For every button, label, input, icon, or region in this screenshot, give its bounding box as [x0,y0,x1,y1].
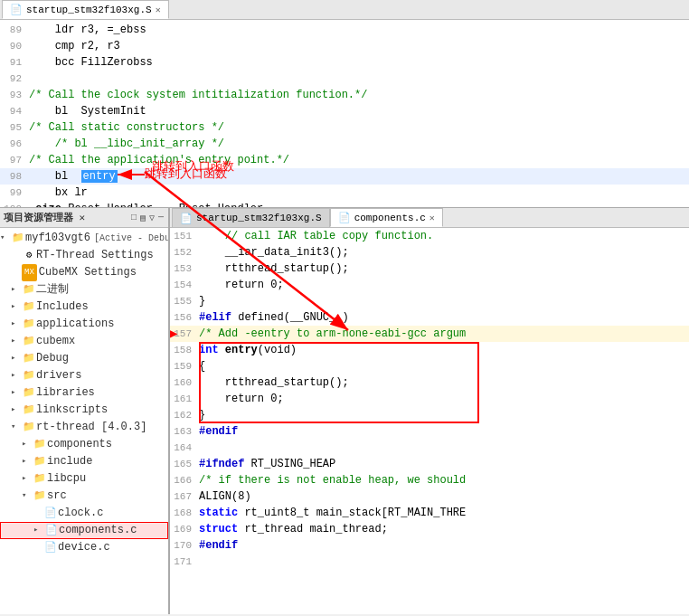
code-line: 95 /* Call static constructors */ [0,119,689,136]
tree-label: Debug [36,350,69,367]
code-line: 155 } [170,293,689,309]
top-tab-label: startup_stm32f103xg.S [26,5,152,15]
folder-icon: 📁 [22,367,36,384]
code-line: 153 rtthread_startup(); [170,261,689,277]
tree-label: RT-Thread Settings [36,247,154,264]
top-tab-close[interactable]: ✕ [156,5,161,15]
folder-icon: 📁 [33,453,47,470]
project-panel: 项目资源管理器 ✕ □ ▤ ▽ ─ ▾ 📁 myf103vgt6 [Active… [0,208,170,614]
tree-label: rt-thread [4.0.3] [36,419,146,436]
tree-arrow: ▸ [11,316,22,333]
tree-item-rtthread[interactable]: ▾ 📁 rt-thread [4.0.3] [0,419,168,436]
tree-arrow: ▸ [11,384,22,402]
tree-arrow: ▸ [11,402,22,419]
tree-item-linkscripts[interactable]: ▸ 📁 linkscripts [0,402,168,419]
project-title: 项目资源管理器 ✕ [4,211,85,224]
right-tab-components[interactable]: 📄 components.c ✕ [330,208,443,227]
tree-label: cubemx [36,333,75,350]
tree-item-binary[interactable]: ▸ 📁 二进制 [0,281,168,299]
tree-arrow: ▸ [33,522,44,539]
code-line: 94 bl SystemInit [0,103,689,119]
code-line: 171 [170,554,689,570]
tab-icon: 📄 [10,4,23,15]
code-line: 166 /* if there is not enable heap, we s… [170,472,689,488]
folder-icon: 📁 [22,333,36,350]
code-line: 91 bcc FillZerobss [0,54,689,71]
tree-item-libraries[interactable]: ▸ 📁 libraries [0,384,168,402]
entry-highlight: entry [81,170,118,183]
tree-arrow: ▸ [22,470,33,488]
tree-label: applications [36,316,114,333]
right-tab-bar: 📄 startup_stm32f103xg.S 📄 components.c ✕ [170,208,689,228]
code-line: 167 ALIGN(8) [170,488,689,505]
folder-icon: 📁 [33,436,47,453]
tree-item-include[interactable]: ▸ 📁 include [0,453,168,470]
panel-icon-collapse[interactable]: ▽ [148,213,156,223]
code-line-163: 163 #endif [170,423,689,440]
tree-label: myf103vgt6 [25,230,90,247]
code-line: 165 #ifndef RT_USING_HEAP [170,456,689,472]
bottom-panel: 项目资源管理器 ✕ □ ▤ ▽ ─ ▾ 📁 myf103vgt6 [Active… [0,208,689,614]
tree-item-debug[interactable]: ▸ 📁 Debug [0,350,168,367]
folder-icon: 📁 [22,402,36,419]
tree-item-libcpu[interactable]: ▸ 📁 libcpu [0,470,168,488]
tab-icon: 📄 [338,212,351,223]
tree-item-cubemx[interactable]: MX CubeMX Settings [0,264,168,281]
right-code-area: 151 // call IAR table copy function. 152… [170,228,689,614]
tree-item-components-c[interactable]: ▸ 📄 components.c [0,522,168,539]
mx-badge: MX [22,264,37,281]
tree-arrow: ▸ [11,333,22,350]
right-panel: 📄 startup_stm32f103xg.S 📄 components.c ✕… [170,208,689,614]
code-line-161: 161 return 0; [170,391,689,407]
tree-label: libcpu [47,470,86,488]
tree-label: 二进制 [36,281,69,299]
tree-arrow: ▸ [22,453,33,470]
tree-label: clock.c [58,505,103,522]
panel-icon-list[interactable]: ▤ [139,213,146,223]
code-line: 170 #endif [170,537,689,554]
top-tab-startup[interactable]: 📄 startup_stm32f103xg.S ✕ [2,0,169,19]
tree-item-includes[interactable]: ▸ 📁 Includes [0,299,168,316]
tree-label: libraries [36,384,95,402]
folder-icon: 📁 [22,419,36,436]
folder-icon: 📁 [22,281,36,299]
tree-item-rtthread-settings[interactable]: ⚙ RT-Thread Settings [0,247,168,264]
tree-item-clock-c[interactable]: 📄 clock.c [0,505,168,522]
right-tab-startup[interactable]: 📄 startup_stm32f103xg.S [172,208,330,227]
panel-icon-close[interactable]: ─ [157,213,165,223]
tree-item-src[interactable]: ▾ 📁 src [0,488,168,505]
code-line: 168 static rt_uint8_t main_stack[RT_MAIN… [170,505,689,521]
top-code-area: 89 ldr r3, =_ebss 90 cmp r2, r3 91 bcc F… [0,20,689,208]
code-line: 99 bx lr [0,185,689,201]
right-tab-close[interactable]: ✕ [429,213,435,223]
panel-icon-layout[interactable]: □ [130,213,137,223]
code-line: 169 struct rt_thread main_thread; [170,521,689,537]
top-editor-wrapper: 📄 startup_stm32f103xg.S ✕ 89 ldr r3, =_e… [0,0,689,208]
tree-item-drivers[interactable]: ▸ 📁 drivers [0,367,168,384]
tree-arrow: ▸ [11,350,22,367]
code-line-157: 157 /* Add -eentry to arm-none-eabi-gcc … [170,326,689,342]
folder-icon: 📁 [22,384,36,402]
c-file-icon: 📄 [44,522,59,539]
folder-icon: 📁 [22,299,36,316]
folder-icon: 📁 [33,470,47,488]
tree-item-components-folder[interactable]: ▸ 📁 components [0,436,168,453]
c-file-icon: 📄 [43,539,58,556]
tree-item-device-c[interactable]: 📄 device.c [0,539,168,556]
tree-label: drivers [36,367,81,384]
tree-label: src [47,488,67,505]
code-line-160: 160 rtthread_startup(); [170,374,689,391]
project-icon: 📁 [11,230,25,247]
code-line: 100 .size Reset_Handler, .-Reset_Handler [0,201,689,208]
tree-arrow: ▸ [11,281,22,299]
tree-item-cubemx-folder[interactable]: ▸ 📁 cubemx [0,333,168,350]
code-line: 152 __iar_data_init3(); [170,244,689,261]
tree-item-applications[interactable]: ▸ 📁 applications [0,316,168,333]
top-editor: 📄 startup_stm32f103xg.S ✕ 89 ldr r3, =_e… [0,0,689,208]
tree-arrow: ▾ [11,419,22,436]
tree-item-project[interactable]: ▾ 📁 myf103vgt6 [Active - Debug] [0,230,168,247]
tree-arrow: ▸ [11,367,22,384]
right-tab-components-label: components.c [354,213,426,223]
tree-label: components.c [59,522,137,539]
project-tree: ▾ 📁 myf103vgt6 [Active - Debug] ⚙ RT-Thr… [0,228,168,558]
